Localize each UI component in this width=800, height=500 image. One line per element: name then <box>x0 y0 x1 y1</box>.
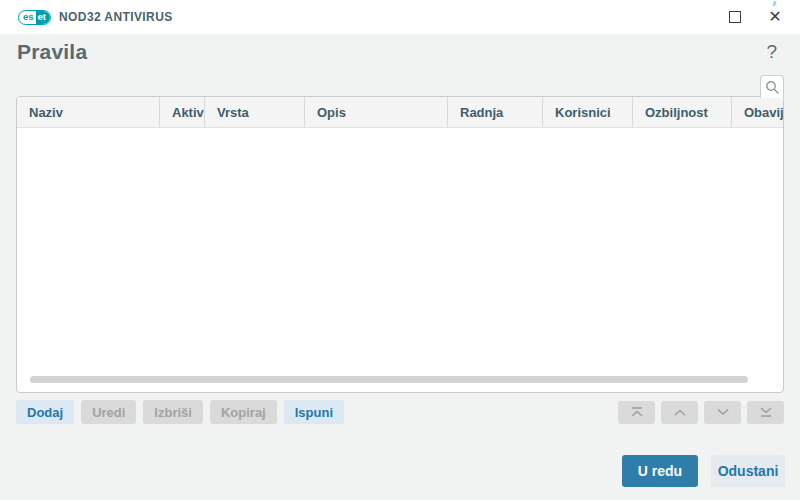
table-body-empty <box>17 128 783 391</box>
column-header-ozbiljnost[interactable]: Ozbiljnost <box>633 97 732 127</box>
ok-button[interactable]: U redu <box>622 455 698 487</box>
edit-button-group: Dodaj Uredi Izbriši Kopiraj Ispuni <box>16 400 344 424</box>
column-header-aktivi[interactable]: Aktivi... <box>160 97 205 127</box>
column-header-obavijesti[interactable]: Obavije. <box>732 97 783 127</box>
toolbar: Dodaj Uredi Izbriši Kopiraj Ispuni <box>16 400 784 424</box>
help-icon[interactable]: ? <box>766 41 777 63</box>
column-header-label: Vrsta <box>217 105 249 120</box>
brand: es et NOD32 ANTIVIRUS <box>18 10 173 25</box>
move-to-bottom-icon <box>758 406 774 418</box>
column-header-label: Korisnici <box>555 105 611 120</box>
eset-logo-text-2: et <box>36 11 50 24</box>
move-up-button[interactable] <box>661 401 698 424</box>
add-button[interactable]: Dodaj <box>16 400 74 424</box>
search-icon <box>765 80 780 95</box>
move-to-bottom-button[interactable] <box>747 401 784 424</box>
column-header-label: Aktivi... <box>172 105 205 120</box>
page-title: Pravila <box>17 40 87 64</box>
copy-button[interactable]: Kopiraj <box>210 400 277 424</box>
move-down-icon <box>715 406 731 418</box>
close-icon: ✕ <box>768 9 781 25</box>
column-header-label: Ozbiljnost <box>645 105 708 120</box>
window-controls: ✕ <box>724 6 786 28</box>
move-button-group <box>618 401 784 424</box>
eset-logo-text-1: es <box>19 11 36 24</box>
table-header-row: Naziv Aktivi... Vrsta Opis Radnja Korisn… <box>17 97 783 128</box>
horizontal-scrollbar[interactable] <box>30 376 748 383</box>
column-header-korisnici[interactable]: Korisnici <box>543 97 633 127</box>
move-to-top-button[interactable] <box>618 401 655 424</box>
column-header-vrsta[interactable]: Vrsta <box>205 97 305 127</box>
column-header-label: Radnja <box>460 105 503 120</box>
column-header-label: Obavije. <box>744 105 783 120</box>
column-header-label: Naziv <box>29 105 63 120</box>
edit-button[interactable]: Uredi <box>81 400 136 424</box>
maximize-button[interactable] <box>724 6 746 28</box>
delete-button[interactable]: Izbriši <box>143 400 203 424</box>
app-window: es et NOD32 ANTIVIRUS ✕ Pravila ? Naziv … <box>0 0 800 500</box>
column-header-opis[interactable]: Opis <box>305 97 448 127</box>
fill-button[interactable]: Ispuni <box>284 400 344 424</box>
column-header-naziv[interactable]: Naziv <box>17 97 160 127</box>
column-header-label: Opis <box>317 105 346 120</box>
maximize-icon <box>729 11 741 23</box>
move-up-icon <box>672 406 688 418</box>
rules-table: Naziv Aktivi... Vrsta Opis Radnja Korisn… <box>16 96 784 393</box>
titlebar: es et NOD32 ANTIVIRUS ✕ <box>0 0 800 34</box>
search-button[interactable] <box>760 75 784 98</box>
cancel-button[interactable]: Odustani <box>711 455 785 487</box>
move-to-top-icon <box>629 406 645 418</box>
close-button[interactable]: ✕ <box>764 6 786 28</box>
move-down-button[interactable] <box>704 401 741 424</box>
eset-logo-icon: es et <box>18 10 51 25</box>
product-name: NOD32 ANTIVIRUS <box>59 10 173 24</box>
column-header-radnja[interactable]: Radnja <box>448 97 543 127</box>
